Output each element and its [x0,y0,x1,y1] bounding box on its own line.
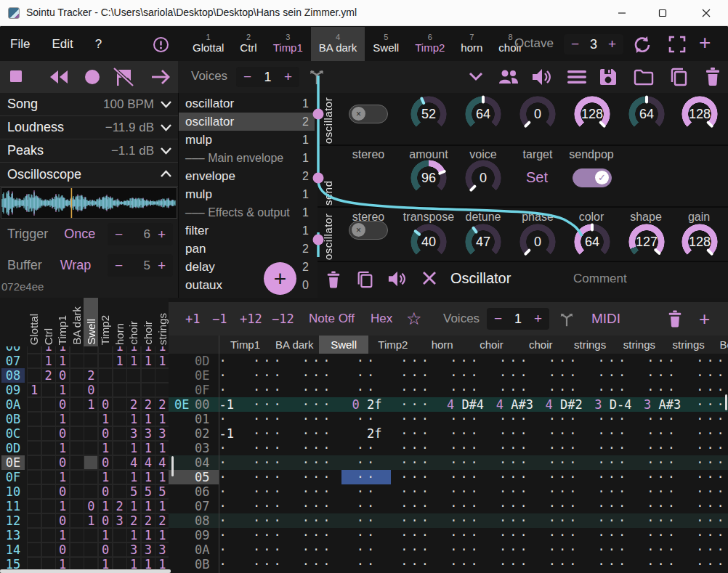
order-col-header-timp2[interactable]: Timp2 [98,298,113,346]
menu-icon[interactable] [567,69,587,85]
order-col-header-glottal[interactable]: Glottal [27,298,41,346]
collapse-chevron-icon[interactable] [468,71,484,81]
order-cell[interactable]: 1 [126,354,141,368]
order-cell[interactable] [41,470,56,484]
chevron-down-icon[interactable] [160,145,172,158]
row-number[interactable]: 0D [195,354,215,368]
track-header-choir[interactable]: choir [467,336,517,354]
order-cell[interactable]: 0 [84,383,98,397]
order-cell[interactable] [27,412,41,426]
order-cell[interactable] [27,484,41,499]
pattern-cell[interactable]: ·· [219,455,244,470]
knob-0[interactable]: 0 [519,224,556,260]
rewind-icon[interactable] [48,69,70,85]
order-cell[interactable] [41,528,56,542]
pattern-voices-minus-button[interactable]: − [487,311,509,327]
copy-unit-icon[interactable] [356,270,374,289]
unit-item-7[interactable]: filter1 [179,222,315,240]
pattern-cell[interactable]: ··· [687,542,728,557]
pattern-cell[interactable]: ··· [243,397,293,412]
order-cell[interactable]: 1 [98,470,113,484]
pattern-cell[interactable]: ··· [490,368,539,383]
pattern-cell[interactable]: ··· [441,513,490,528]
pattern-cell[interactable]: ··· [392,397,441,412]
order-cell[interactable] [126,368,141,383]
knob-128[interactable]: 128 [574,96,610,132]
pattern-cell[interactable]: ··· [539,542,589,557]
order-cell[interactable]: 1 [155,412,169,426]
menu-item-help[interactable]: ? [91,37,106,52]
add-unit-button[interactable]: + [264,262,296,295]
pattern-cell[interactable]: ··· [441,354,490,368]
pattern-cell[interactable]: ··· [490,441,539,455]
load-instrument-icon[interactable] [634,68,654,86]
order-cell[interactable]: 2 [126,397,141,412]
knob-64[interactable]: 64 [465,96,501,132]
order-cell[interactable] [84,455,98,470]
minimize-button[interactable] [605,0,639,26]
pattern-cell[interactable]: ··· [293,470,342,484]
pattern-cell[interactable]: ·· [342,499,392,513]
order-row-id[interactable]: 09 [1,383,25,397]
pattern-cell[interactable]: ··· [539,383,589,397]
setting-row-peaks[interactable]: Peaks−1.1 dB [0,139,178,163]
voices-people-icon[interactable] [498,68,519,86]
order-cell[interactable]: 1 [126,470,141,484]
knob-64[interactable]: 64 [628,96,665,132]
pattern-cell[interactable]: ··· [687,484,728,499]
pattern-cell[interactable]: 0 2f [342,397,392,412]
pattern-cell[interactable]: ··· [589,455,638,470]
order-cell[interactable]: 1 [55,470,70,484]
pattern-cell[interactable]: 4 D#4 [441,397,490,412]
order-cell[interactable]: 1 [98,412,113,426]
order-cell[interactable] [70,542,84,557]
order-row-id[interactable]: 0F [1,470,25,484]
oscilloscope-header[interactable]: Oscilloscope [0,163,178,187]
pattern-cell[interactable]: ·· [219,383,244,397]
pattern-cell[interactable]: ··· [539,513,589,528]
order-cell[interactable]: 3 [155,542,169,557]
knob-0[interactable]: 0 [465,160,501,196]
setting-row-loudness[interactable]: Loudness−11.9 dB [0,116,178,139]
row-number[interactable]: 08 [195,513,215,528]
pattern-cell[interactable]: ··· [638,354,687,368]
pattern-cell[interactable]: ··· [539,557,589,572]
pattern-cell[interactable]: ··· [687,412,728,426]
order-cell[interactable]: 1 [141,412,155,426]
transpose-plus1-button[interactable]: +1 [185,302,200,336]
pattern-cell[interactable]: ··· [441,426,490,441]
order-cell[interactable] [113,441,127,455]
order-row-id[interactable]: 0C [1,426,25,441]
octave-plus-button[interactable]: + [601,36,623,52]
order-cell[interactable]: 1 [141,528,155,542]
pattern-cell[interactable]: ··· [490,470,539,484]
order-cell[interactable] [70,412,84,426]
pattern-cell[interactable]: ··· [687,426,728,441]
tab-instrument-glottal[interactable]: 1Glottal [185,27,232,61]
order-cell[interactable]: 2 [155,513,169,528]
order-cell[interactable] [70,383,84,397]
row-number[interactable]: 09 [195,528,215,542]
order-cell[interactable] [113,412,127,426]
order-cell[interactable]: 4 [126,455,141,470]
knob-127[interactable]: 127 [628,224,665,260]
order-cell[interactable] [27,368,41,383]
pattern-cell[interactable]: ··· [589,383,638,397]
pattern-cell[interactable]: ··· [441,542,490,557]
pattern-cell[interactable]: ··· [441,499,490,513]
pattern-cell[interactable]: ·· [342,441,392,455]
knob-128[interactable]: 128 [682,224,718,260]
pattern-cell[interactable]: ·· [219,513,244,528]
order-row-id[interactable]: 0A [1,397,25,412]
pattern-cell[interactable]: ··· [638,528,687,542]
chevron-down-icon[interactable] [160,98,172,111]
order-row-id[interactable]: 07 [1,354,25,368]
pattern-cell[interactable]: ·· [219,499,244,513]
pattern-cell[interactable]: ··· [293,513,342,528]
order-cell[interactable] [27,513,41,528]
unit-item-6[interactable]: ––– Effects & output1 [179,203,315,222]
order-row-id[interactable]: 0E [1,455,25,470]
tab-instrument-horn[interactable]: 7horn [453,27,490,61]
order-cell[interactable] [84,542,98,557]
pattern-voices-plus-button[interactable]: + [527,311,549,327]
